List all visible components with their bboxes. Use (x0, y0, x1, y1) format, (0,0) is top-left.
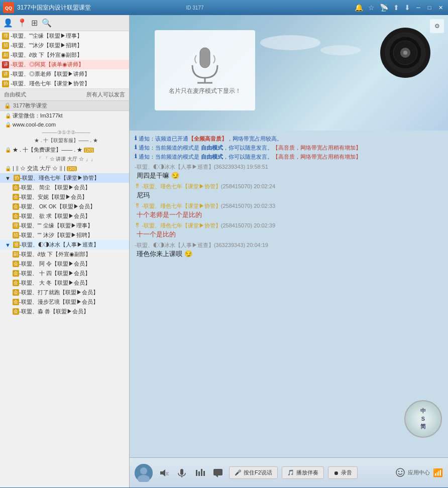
play-button[interactable]: 🎵 播放伴奏 (282, 466, 324, 479)
sub-member-online[interactable]: ▼ 巡 -联盟、◐◑冰水【人事▶巡查】 (0, 240, 129, 250)
sub-name: -联盟、打了就跑【联盟▶会员】 (19, 289, 98, 296)
free-count-badge: (20) (84, 148, 94, 153)
member-item[interactable]: 讲 -联盟、◎票老师【联盟▶讲师】 (0, 69, 129, 79)
msg-text2: 尼玛 (135, 191, 443, 200)
chat-icon (213, 468, 223, 478)
sub-badge: 协 (14, 175, 20, 181)
sub-member-item[interactable]: 理 -联盟、"" 尘缘【联盟▶理事】 (0, 221, 129, 230)
sub-name: -联盟、 OK OK【联盟▶会员】 (19, 203, 95, 210)
msg-sender3: 🎖 -联盟、瑾色七年【课堂▶协管】(258415070) 20:02:33 (135, 202, 443, 210)
rec-label: 录音 (341, 469, 352, 476)
sub-name: -联盟、 十 四【联盟▶会员】 (19, 270, 90, 277)
sub-name: -联盟、漫步艺境【联盟▶会员】 (19, 298, 98, 306)
speak-icon: 🎤 (235, 469, 242, 476)
sub-badge: 会 (13, 280, 19, 286)
sub-member-item[interactable]: 会 -联盟、打了就跑【联盟▶会员】 (0, 288, 129, 297)
vinyl-svg (378, 25, 433, 80)
sub-member-item[interactable]: ▼ 协 -联盟、瑾色七年【课堂▶协管】 (0, 173, 129, 183)
signal-strength: 📶 (433, 468, 443, 477)
lock-icon3: 🔒 (5, 147, 11, 153)
microphone-icon (187, 45, 222, 85)
mic-btn-icon (177, 468, 187, 478)
channel-lecture[interactable]: 「 「 ☆ 讲课 大厅 ☆ 」」 (0, 155, 129, 164)
sub-name: -联盟、 阿 令【联盟▶会员】 (19, 260, 90, 268)
bell-icon[interactable]: 🔔 (353, 4, 365, 12)
close-button[interactable]: ✕ (436, 4, 445, 12)
corner-avatar: 中S简 (404, 400, 442, 438)
record-button[interactable]: ⏺ 录音 (328, 466, 358, 479)
member-item[interactable]: 副 -联盟、∂放 下【外宣◉副部】 (0, 50, 129, 60)
profile-icon[interactable]: 👤 (3, 18, 13, 28)
lock-icon: 🔒 (5, 113, 11, 118)
channel-wechat[interactable]: 🔒 课堂微信：lm3177kt (0, 111, 129, 120)
download-icon[interactable]: ⬇ (403, 4, 412, 12)
cloud-decoration2 (320, 45, 361, 55)
svg-point-25 (398, 470, 399, 471)
chat-message3: 🎖 -联盟、瑾色七年【课堂▶协管】(258415070) 20:02:33 十个… (135, 202, 443, 219)
chat-message2: 🎖 -联盟、瑾色七年【课堂▶协管】(258415070) 20:02:24 尼玛 (135, 183, 443, 200)
volume-button[interactable]: )))) (157, 466, 171, 480)
sub-badge: 巡 (13, 241, 20, 248)
star-icon[interactable]: ☆ (367, 4, 376, 12)
sub-member-item[interactable]: 会 -联盟、 OK OK【联盟▶会员】 (0, 202, 129, 211)
svg-marker-23 (215, 475, 218, 477)
mode-permission: 所有人可以发言 (86, 91, 125, 98)
channel-group-main: 🔒 3177教学课堂 🔒 课堂微信：lm3177kt 🔒 www.cool-de… (0, 101, 129, 173)
sub-member-item[interactable]: 会 -联盟、安妮【联盟▶会员】 (0, 192, 129, 202)
sub-member-item[interactable]: 会 -联盟、 简尘 【联盟▶会员】 (0, 183, 129, 192)
member-item[interactable]: 讲 -联盟、◎阿莫【谈单◉讲师】 (0, 60, 129, 69)
msg-sender: -联盟、◐◑冰水【人事▶巡查】(363239343) 19:58:51 (135, 163, 443, 171)
sub-badge: 理 (13, 222, 19, 229)
titlebar-text: 3177中国室内设计联盟课堂 (17, 4, 184, 12)
channel-exchange[interactable]: 🔒 | ‖ ☆ 交流 大厅 ☆ ‖ | (20) (0, 164, 129, 173)
emoji-panel-button[interactable] (396, 468, 405, 478)
sub-member-item[interactable]: 会 -联盟、 十 四【联盟▶会员】 (0, 269, 129, 278)
sub-member-item[interactable]: 会 -联盟、 欲 求【联盟▶会员】 (0, 211, 129, 221)
sub-name: -联盟、安妮【联盟▶会员】 (19, 193, 87, 201)
grid-icon[interactable]: ⊞ (31, 18, 38, 28)
location-icon[interactable]: 📍 (17, 18, 27, 28)
app-center-label[interactable]: 应用中心 (408, 469, 430, 476)
sub-badge: 副 (13, 251, 19, 258)
member-item[interactable]: 协 -联盟、瑾色七年【课堂▶协管】 (0, 79, 129, 88)
mic-button[interactable] (175, 466, 189, 480)
channel-header: 🔒 3177教学课堂 (0, 101, 129, 111)
member-item[interactable]: 理 -联盟、""尘缘【联盟▶理事】 (0, 31, 129, 41)
sub-member-item[interactable]: 会 -联盟、淼 兽【联盟▶会员】 (0, 307, 129, 316)
member-name: -联盟、""沐汐【联盟▶招聘】 (11, 42, 82, 49)
sub-member-item[interactable]: 会 -联盟、漫步艺境【联盟▶会员】 (0, 297, 129, 307)
sub-badge: 会 (13, 194, 19, 200)
hero-settings-button[interactable]: ⚙ (430, 19, 444, 33)
channel-website[interactable]: 🔒 www.cool-de.com (0, 120, 129, 129)
sub-name: -联盟、瑾色七年【课堂▶协管】 (20, 174, 99, 182)
svg-point-26 (401, 470, 402, 471)
chat-area: ℹ 通知：该频道已开通【全频高音质】，网络带宽占用较高。 ℹ 通知：当前频道的模… (130, 131, 448, 457)
equalizer-button[interactable] (193, 466, 207, 480)
volume-icon: )))) (159, 468, 169, 478)
svg-rect-19 (198, 471, 200, 476)
sub-name: -联盟、"" 沐汐【联盟▶招聘】 (19, 231, 93, 239)
svg-text:)))): )))) (166, 471, 169, 475)
signal-icon[interactable]: 📡 (378, 4, 390, 12)
info-icon3: ℹ (135, 153, 137, 160)
sub-member-item[interactable]: 会 -联盟、 大 冬【联盟▶会员】 (0, 278, 129, 288)
member-item[interactable]: 招 -联盟、""沐汐【联盟▶招聘】 (0, 41, 129, 50)
channel-title: 3177教学课堂 (13, 102, 47, 109)
channel-free[interactable]: 🔒 ★ . 十【免费课堂】—— . ★ (20) (0, 145, 129, 155)
msg-text: 周四是干嘛 😏 (135, 171, 443, 180)
sub-member-item[interactable]: 会 -联盟、 阿 令【联盟▶会员】 (0, 259, 129, 269)
equalizer-icon (195, 468, 205, 478)
chat-button[interactable] (211, 466, 225, 480)
app-logo: QQ (3, 2, 14, 13)
speak-button[interactable]: 🎤 按住F2说话 (229, 466, 278, 479)
svg-rect-20 (201, 469, 202, 476)
svg-rect-16 (180, 469, 183, 475)
avatar-svg (135, 464, 153, 482)
sub-member-item[interactable]: 副 -联盟、∂放 下【外宣◉副部】 (0, 250, 129, 259)
sub-member-item[interactable]: 招 -联盟、"" 沐汐【联盟▶招聘】 (0, 230, 129, 240)
share-icon[interactable]: ⬆ (392, 4, 401, 12)
chat-message: -联盟、◐◑冰水【人事▶巡查】(363239343) 19:58:51 周四是干… (135, 163, 443, 180)
minimize-button[interactable]: ─ (414, 4, 423, 12)
maximize-button[interactable]: □ (425, 4, 434, 12)
search-icon[interactable]: 🔍 (42, 18, 52, 28)
